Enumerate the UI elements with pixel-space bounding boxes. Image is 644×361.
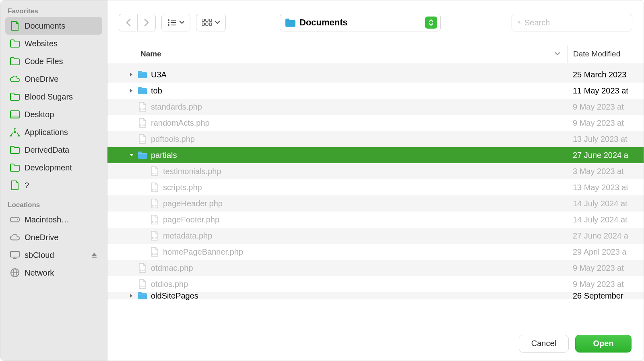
disclosure-icon[interactable]: [129, 153, 137, 157]
php-file-icon: PHP: [137, 118, 148, 128]
sidebar-item-label: Desktop: [25, 110, 54, 119]
file-name: otdmac.php: [151, 263, 193, 273]
svg-point-7: [17, 219, 18, 220]
table-row[interactable]: PHPscripts.php13 May 2023 at: [107, 179, 644, 195]
php-file-icon: PHP: [149, 166, 160, 176]
file-date: 11 May 2023 at: [567, 86, 644, 95]
svg-rect-6: [10, 217, 19, 222]
php-file-icon: PHP: [137, 134, 148, 144]
svg-rect-18: [171, 22, 176, 23]
table-row[interactable]: PHPrandomActs.php9 May 2023 at: [107, 115, 644, 131]
file-date: 3 May 2023 at: [567, 167, 644, 176]
table-row[interactable]: PHPtestimonials.php3 May 2023 at: [107, 163, 644, 179]
svg-text:PHP: PHP: [140, 269, 145, 272]
table-row[interactable]: PHPpageFooter.php14 July 2024 at: [107, 212, 644, 228]
svg-text:PHP: PHP: [140, 108, 145, 110]
table-row[interactable]: oldSitePages26 September: [107, 292, 644, 299]
file-name: scripts.php: [163, 183, 202, 192]
folder-icon: [137, 69, 148, 80]
disclosure-icon[interactable]: [129, 72, 137, 77]
table-row[interactable]: PHPpageHeader.php14 July 2024 at: [107, 195, 644, 212]
table-row[interactable]: PHPmetadata.php27 June 2024 a: [107, 228, 644, 244]
search-field[interactable]: [512, 14, 632, 31]
sidebar-item-onedrive[interactable]: OneDrive: [5, 70, 102, 88]
disclosure-icon[interactable]: [129, 88, 137, 93]
folder-icon: [285, 18, 295, 27]
group-button[interactable]: [196, 14, 226, 31]
folder-icon: [10, 39, 20, 48]
sidebar-item-label: Applications: [25, 128, 68, 137]
hdd-icon: [10, 215, 20, 224]
table-row[interactable]: U3A25 March 2023: [107, 66, 644, 83]
path-popup[interactable]: Documents: [280, 14, 441, 31]
php-file-icon: PHP: [137, 102, 148, 112]
table-row[interactable]: PHPstandards.php9 May 2023 at: [107, 99, 644, 115]
svg-rect-8: [10, 251, 19, 257]
disclosure-icon[interactable]: [129, 293, 137, 298]
sidebar-location-macintosh-[interactable]: Macintosh…: [5, 211, 102, 228]
nav-group: [119, 14, 156, 31]
table-row[interactable]: tob11 May 2023 at: [107, 83, 644, 99]
open-dialog: Favorites DocumentsWebsitesCode FilesOne…: [0, 0, 644, 361]
list-icon: [167, 19, 176, 26]
search-icon: [518, 19, 520, 27]
eject-icon[interactable]: [91, 252, 97, 258]
file-date: 25 March 2023: [567, 70, 644, 79]
table-row[interactable]: PHPhomePageBanner.php29 April 2023 a: [107, 244, 644, 260]
open-button[interactable]: Open: [575, 335, 632, 353]
file-name: randomActs.php: [151, 118, 210, 128]
svg-point-3: [14, 131, 16, 133]
sidebar-item-documents[interactable]: Documents: [5, 17, 102, 35]
cancel-button[interactable]: Cancel: [519, 335, 569, 353]
sidebar-item-development[interactable]: Development: [5, 159, 102, 176]
sidebar-item-blood-sugars[interactable]: Blood Sugars: [5, 88, 102, 106]
doc-icon: [10, 180, 20, 190]
svg-text:PHP: PHP: [152, 205, 157, 207]
svg-point-19: [168, 24, 169, 26]
table-row[interactable]: partials27 June 2024 a: [107, 147, 644, 163]
forward-button[interactable]: [137, 14, 156, 31]
sidebar-item-deriveddata[interactable]: DerivedData: [5, 141, 102, 159]
column-date[interactable]: Date Modified: [567, 45, 644, 63]
desktop-icon: [10, 110, 20, 119]
php-file-icon: PHP: [149, 214, 160, 225]
back-button[interactable]: [119, 14, 137, 31]
sidebar-item-websites[interactable]: Websites: [5, 35, 102, 52]
sidebar-item-code-files[interactable]: Code Files: [5, 52, 102, 70]
dialog-footer: Cancel Open: [107, 326, 644, 361]
sidebar-location-sbcloud[interactable]: sbCloud: [5, 246, 102, 264]
view-list-button[interactable]: [161, 14, 190, 31]
table-row[interactable]: PHPotdmac.php9 May 2023 at: [107, 260, 644, 276]
toolbar: Documents: [107, 0, 644, 45]
svg-text:PHP: PHP: [152, 172, 157, 175]
svg-text:PHP: PHP: [140, 285, 145, 288]
php-file-icon: PHP: [149, 182, 160, 193]
file-name: testimonials.php: [163, 167, 221, 176]
monitor-icon: [10, 250, 20, 260]
sidebar-item-label: Websites: [25, 39, 58, 48]
file-date: 26 September: [567, 291, 644, 301]
chevron-down-icon: [180, 21, 184, 24]
table-row[interactable]: PHPotdios.php9 May 2023 at: [107, 276, 644, 292]
sidebar-location-network[interactable]: Network: [5, 264, 102, 282]
svg-text:PHP: PHP: [152, 237, 157, 239]
search-input[interactable]: [524, 18, 626, 27]
file-name: otdios.php: [151, 280, 188, 289]
table-row[interactable]: PHPpdftools.php13 July 2023 at: [107, 131, 644, 147]
sidebar-item-desktop[interactable]: Desktop: [5, 106, 102, 123]
file-name: pdftools.php: [151, 135, 195, 144]
file-date: 14 July 2024 at: [567, 199, 644, 208]
svg-rect-11: [92, 257, 97, 258]
sidebar-item-applications[interactable]: Applications: [5, 123, 102, 141]
sidebar-location-onedrive[interactable]: OneDrive: [5, 228, 102, 246]
file-list[interactable]: U3A25 March 2023tob11 May 2023 atPHPstan…: [107, 63, 644, 326]
sidebar-item-label: Network: [25, 268, 54, 278]
php-file-icon: PHP: [137, 279, 148, 289]
chevron-right-icon: [144, 19, 149, 27]
chevron-left-icon: [126, 19, 131, 27]
svg-text:PHP: PHP: [152, 189, 157, 191]
column-name[interactable]: Name: [107, 50, 567, 58]
file-date: 13 July 2023 at: [567, 135, 644, 144]
sidebar-item--[interactable]: ?: [5, 176, 102, 194]
chevron-down-icon: [215, 21, 220, 24]
